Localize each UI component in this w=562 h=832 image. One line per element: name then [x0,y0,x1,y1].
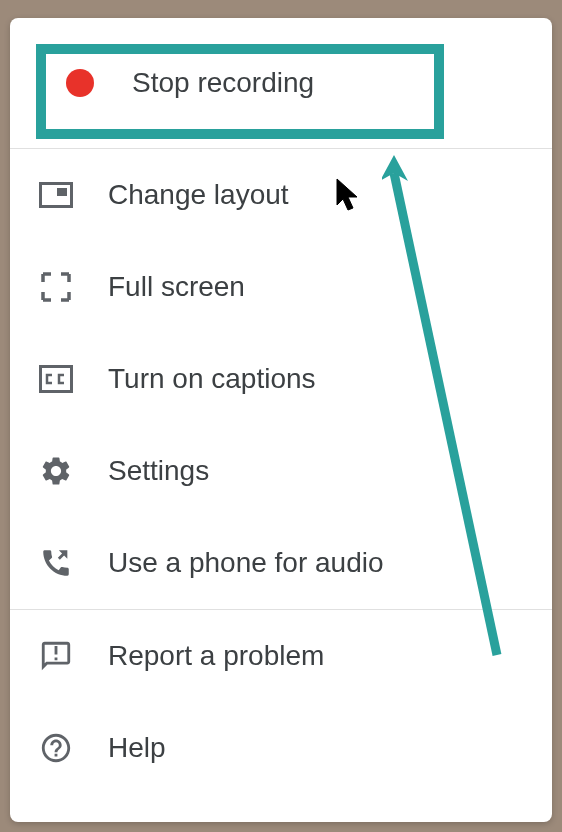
cursor-icon [335,177,361,213]
menu-label: Full screen [108,271,245,303]
menu-label: Report a problem [108,640,324,672]
menu-item-settings[interactable]: Settings [10,425,552,517]
menu-item-phone-audio[interactable]: Use a phone for audio [10,517,552,609]
svg-rect-1 [57,188,67,196]
menu-item-full-screen[interactable]: Full screen [10,241,552,333]
menu-item-stop-recording[interactable]: Stop recording [10,18,552,148]
menu-label: Stop recording [132,67,314,99]
fullscreen-icon [34,265,78,309]
feedback-icon [34,634,78,678]
menu-label: Use a phone for audio [108,547,384,579]
record-icon [58,61,102,105]
menu-label: Settings [108,455,209,487]
svg-rect-2 [41,367,72,392]
menu-item-captions[interactable]: Turn on captions [10,333,552,425]
gear-icon [34,449,78,493]
menu-item-help[interactable]: Help [10,702,552,794]
menu-item-report-problem[interactable]: Report a problem [10,610,552,702]
help-icon [34,726,78,770]
menu-item-change-layout[interactable]: Change layout [10,149,552,241]
menu-section-support: Report a problem Help [10,610,552,794]
menu-label: Turn on captions [108,363,316,395]
options-menu: Stop recording Change layout F [10,18,552,822]
menu-section-main: Change layout Full screen [10,149,552,609]
captions-icon [34,357,78,401]
menu-label: Help [108,732,166,764]
menu-label: Change layout [108,179,289,211]
layout-icon [34,173,78,217]
phone-audio-icon [34,541,78,585]
